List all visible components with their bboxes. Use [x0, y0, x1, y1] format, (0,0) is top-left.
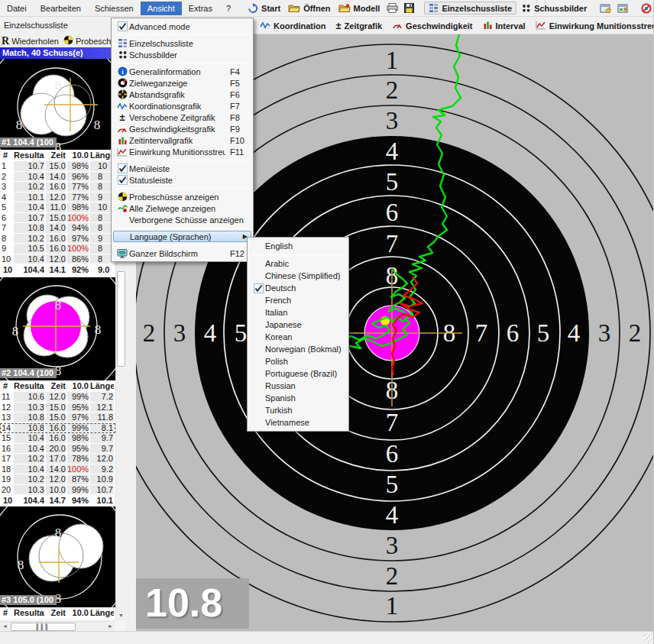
- view-toolbar-interval[interactable]: Interval: [480, 19, 533, 33]
- view-toolbar-zeitgrafik[interactable]: ±Zeitgrafik: [332, 20, 389, 32]
- menubar-menu[interactable]: Datei: [0, 2, 34, 15]
- view-menu-item-geschwindigkeitsgrafik[interactable]: GeschwindigkeitsgrafikF9: [113, 123, 251, 134]
- language-item-polish[interactable]: Polish: [249, 355, 347, 367]
- shot-row[interactable]: 3 10.2 16.0 77% 8: [0, 182, 115, 193]
- target-thumbnail-2[interactable]: 8888 #2 104.4 (100: [0, 277, 115, 380]
- layout-window-button[interactable]: [614, 2, 632, 14]
- shot-row[interactable]: 8 10.2 16.0 97% 9: [0, 234, 115, 244]
- target-thumbnail-1[interactable]: 8888 #1 104.4 (100: [0, 59, 115, 150]
- grid-icon: [115, 38, 129, 48]
- view-menu-item-advanced-mode[interactable]: Advanced mode: [113, 21, 251, 32]
- shot-row[interactable]: 7 10.8 14.0 94% 8: [0, 223, 115, 234]
- shot-row[interactable]: 10 10.4 12.0 86% 8: [0, 254, 115, 265]
- ring-number: 2: [629, 319, 642, 347]
- shot-row[interactable]: 12 10.3 15.0 95% 12.1: [0, 403, 115, 413]
- view-menu-item-probesch-sse-anzeigen[interactable]: Probeschüsse anzeigen: [113, 191, 251, 202]
- vertical-scroll-thumb[interactable]: [117, 271, 125, 367]
- open-folder-icon: [288, 3, 300, 13]
- shot-row[interactable]: 6 10.7 15.0 100% 8: [0, 213, 115, 224]
- shot-row[interactable]: 16 10.4 20.0 95% 9.7: [0, 444, 115, 455]
- resize-grip[interactable]: [643, 633, 653, 643]
- view-menu-item-ganzer-bildschirm[interactable]: Ganzer BildschirmF12: [113, 248, 251, 259]
- language-item-vietnamese[interactable]: Vietnamese: [249, 416, 347, 429]
- shot-row[interactable]: 11 10.6 12.0 99% 7.2: [0, 392, 115, 403]
- view-menu-item-generalinformation[interactable]: iGeneralinformationF4: [113, 66, 251, 77]
- target-thumbnail-3[interactable]: 888 #3 105.0 (100: [0, 506, 115, 607]
- language-item-korean[interactable]: Korean: [249, 331, 347, 343]
- shot-row[interactable]: 20 10.3 10.0 99% 10.7: [0, 485, 115, 496]
- open-button[interactable]: Öffnen: [284, 2, 334, 14]
- language-item-russian[interactable]: Russian: [249, 380, 347, 392]
- language-item-italian[interactable]: Italian: [249, 306, 347, 319]
- view-menu-item-alle-zielwege-anzeigen[interactable]: Alle Zielwege anzeigen: [113, 202, 251, 214]
- shot-row[interactable]: 19 10.2 12.0 87% 10.9: [0, 474, 115, 485]
- menu-item-label: Generalinformation: [129, 67, 225, 76]
- menubar-menu[interactable]: Extras: [182, 2, 219, 15]
- report-window-button[interactable]: [597, 2, 614, 14]
- print-button[interactable]: [384, 2, 401, 14]
- repeat-button[interactable]: R Wiederholen: [0, 37, 59, 46]
- view-menu-item-men-leiste[interactable]: Menüleiste: [113, 163, 251, 174]
- view-menu-item-schussbilder[interactable]: Schussbilder: [113, 49, 251, 60]
- cell-length: 8.1: [89, 423, 114, 433]
- shot-row[interactable]: 14 10.8 16.0 99% 8.1: [0, 423, 115, 434]
- view-menu-item-verschobene-zeitgrafik[interactable]: ±Verschobene ZeitgrafikF8: [113, 112, 251, 123]
- view-menu-item-einzelschussliste[interactable]: Einzelschussliste: [113, 37, 251, 49]
- menu-item-label: Alle Zielwege anzeigen: [129, 204, 250, 213]
- menubar-menu[interactable]: Schiessen: [88, 2, 141, 15]
- disconnect-button[interactable]: [638, 2, 654, 15]
- start-button[interactable]: Start: [244, 2, 284, 15]
- shot-row[interactable]: 18 10.4 14.0 100% 9.2: [0, 464, 115, 475]
- shot-row[interactable]: 4 10.1 12.0 77% 9: [0, 193, 115, 203]
- menubar-menu[interactable]: Bearbeiten: [34, 2, 88, 15]
- language-item-portuguese-brazil[interactable]: Portuguese (Brazil): [249, 367, 347, 380]
- menu-item-shortcut: F6: [230, 90, 250, 99]
- language-item-norwegian-bokmal[interactable]: Norwegian (Bokmal): [249, 343, 347, 355]
- menubar-menu[interactable]: ?: [219, 2, 238, 15]
- language-item-french[interactable]: French: [249, 294, 347, 306]
- language-item-arabic[interactable]: Arabic: [249, 257, 347, 270]
- horizontal-scrollbar[interactable]: ◄ ▌▌▌ ►: [0, 621, 115, 631]
- view-toolbar-label: Koordination: [274, 21, 325, 31]
- view-menu-item-koordinationsgrafik[interactable]: KoordinationsgrafikF7: [113, 100, 251, 112]
- horizontal-scroll-thumb[interactable]: ▌▌▌: [11, 623, 76, 631]
- cell-result: 10.8: [12, 223, 44, 233]
- menubar-menu[interactable]: Ansicht: [141, 2, 182, 15]
- cell-result: 10.2: [12, 182, 44, 192]
- shot-pictures-button[interactable]: Schussbilder: [517, 2, 591, 14]
- view-toolbar-label: Zeitgrafik: [345, 21, 383, 31]
- view-menu-item-zeitintervallgrafik[interactable]: ZeitintervallgrafikF10: [113, 134, 251, 146]
- scroll-down-arrow[interactable]: ▼: [116, 610, 126, 620]
- shot-row[interactable]: 15 10.4 16.0 98% 9.7: [0, 433, 115, 444]
- shot-row[interactable]: 9 10.5 16.0 100% 8: [0, 244, 115, 254]
- cell-result: 10.8: [12, 413, 44, 422]
- language-item-deutsch[interactable]: Deutsch: [249, 282, 347, 294]
- view-menu-item-language-sprachen[interactable]: Language (Sprachen)▶: [113, 231, 251, 242]
- view-toolbar-einwirkung-munitionsstreuung[interactable]: Einwirkung Munitionsstreuung: [533, 19, 654, 33]
- language-item-english[interactable]: English: [249, 240, 347, 252]
- view-toolbar-geschwindigkeit[interactable]: Geschwindigkeit: [389, 19, 479, 33]
- cell-shot-number: 17: [0, 454, 12, 464]
- view-toolbar-koordination[interactable]: Koordination: [257, 19, 332, 33]
- language-item-japanese[interactable]: Japanese: [249, 319, 347, 331]
- view-menu-item-verborgene-sch-sse-anzeigen[interactable]: Verborgene Schüsse anzeigen: [113, 214, 251, 225]
- scroll-right-arrow[interactable]: ►: [105, 622, 115, 630]
- language-item-turkish[interactable]: Turkish: [249, 404, 347, 416]
- view-menu-item-zielweganzeige[interactable]: ZielweganzeigeF5: [113, 77, 251, 89]
- save-button[interactable]: [401, 2, 417, 14]
- shot-row[interactable]: 1 10.7 15.0 98% 10: [0, 161, 115, 172]
- scroll-left-arrow[interactable]: ◄: [0, 622, 10, 630]
- view-menu-item-abstandsgrafik[interactable]: AbstandsgrafikF6: [113, 89, 251, 100]
- shot-row[interactable]: 13 10.8 15.0 97% 11.8: [0, 413, 115, 423]
- single-shot-list-button[interactable]: Einzelschussliste: [424, 2, 516, 15]
- language-item-chinese-simplified[interactable]: Chinese (Simplified): [249, 270, 347, 282]
- shot-row[interactable]: 5 10.4 11.0 98% 10: [0, 202, 115, 213]
- model-button[interactable]: Modell: [335, 2, 384, 14]
- menu-item-label: Arabic: [265, 259, 345, 268]
- view-menu-item-einwirkung-munitionsstreuung[interactable]: Einwirkung MunitionsstreuungF11: [113, 146, 251, 157]
- shot-row[interactable]: 2 10.4 14.0 96% 8: [0, 172, 115, 183]
- shot-row[interactable]: 17 10.2 17.0 78% 12.0: [0, 454, 115, 464]
- view-menu-item-statusleiste[interactable]: Statusleiste: [113, 174, 251, 186]
- ring-number: 6: [386, 199, 399, 226]
- language-item-spanish[interactable]: Spanish: [249, 392, 347, 404]
